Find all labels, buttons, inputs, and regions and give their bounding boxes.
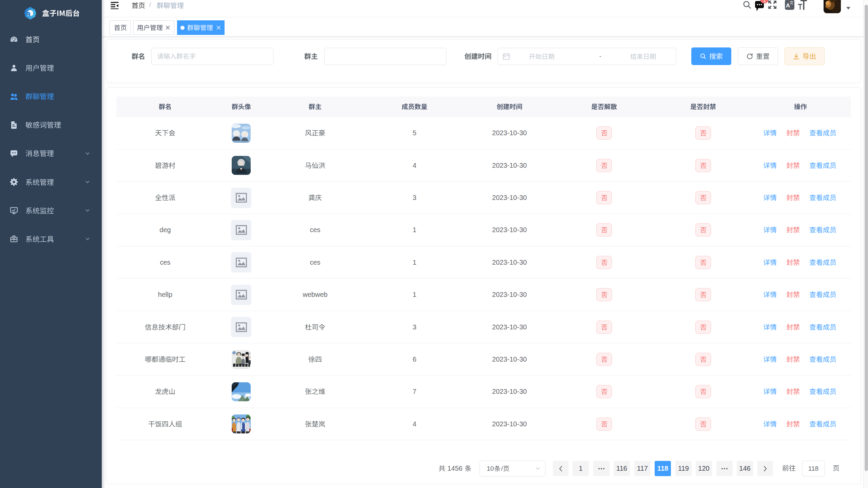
svg-text:A: A xyxy=(786,2,790,9)
